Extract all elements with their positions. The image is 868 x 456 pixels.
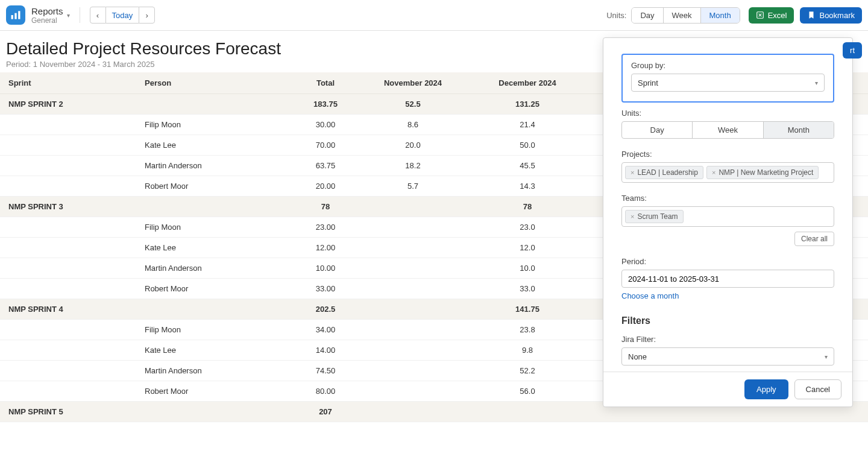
bookmark-icon	[807, 11, 816, 19]
units-day-button[interactable]: Day	[632, 8, 662, 23]
sprint-name: NMP SPRINT 2	[0, 94, 139, 115]
person-cell: Martin Anderson	[139, 156, 295, 176]
sprint-name: NMP SPRINT 4	[0, 299, 139, 320]
panel-units-segment: Day Week Month	[621, 121, 834, 139]
panel-units-week[interactable]: Week	[692, 122, 763, 138]
chevron-down-icon: ▾	[815, 80, 818, 86]
total-cell: 74.50	[295, 361, 356, 381]
chevron-down-icon: ▾	[825, 353, 828, 360]
person-cell: Filip Moon	[139, 320, 295, 340]
nov-cell	[356, 238, 470, 258]
nov-cell: 20.0	[356, 135, 470, 156]
sprint-dec: 141.75	[470, 299, 585, 320]
period-input[interactable]	[621, 270, 834, 288]
units-week-button[interactable]: Week	[663, 8, 700, 23]
dec-cell: 23.0	[470, 217, 585, 238]
units-month-button[interactable]: Month	[700, 8, 740, 23]
dec-cell: 21.4	[470, 115, 585, 135]
panel-footer: Apply Cancel	[603, 372, 852, 407]
person-cell: Kate Lee	[139, 135, 295, 156]
dec-cell: 9.8	[470, 340, 585, 361]
sprint-dec: 78	[470, 197, 585, 217]
jira-filter-label: Jira Filter:	[621, 335, 834, 344]
person-cell: Robert Moor	[139, 279, 295, 299]
app-icon	[6, 5, 25, 25]
excel-button[interactable]: Excel	[749, 7, 794, 24]
units-label: Units:	[606, 11, 626, 20]
reports-subtitle: General	[31, 16, 63, 25]
chip-remove-icon[interactable]: ×	[712, 169, 715, 176]
person-cell: Kate Lee	[139, 340, 295, 361]
nov-cell: 5.7	[356, 176, 470, 197]
choose-month-link[interactable]: Choose a month	[621, 291, 679, 300]
bookmark-button[interactable]: Bookmark	[800, 7, 862, 24]
person-cell: Martin Anderson	[139, 258, 295, 279]
chip-label: Scrum Team	[637, 212, 678, 221]
reports-selector[interactable]: Reports General	[31, 6, 63, 25]
total-cell: 80.00	[295, 381, 356, 402]
sprint-total: 202.5	[295, 299, 356, 320]
total-cell: 33.00	[295, 279, 356, 299]
chip-remove-icon[interactable]: ×	[631, 169, 634, 176]
excel-label: Excel	[768, 11, 787, 20]
jira-filter-select[interactable]: None ▾	[621, 347, 834, 366]
col-total-header: Total	[295, 72, 356, 94]
excel-icon	[756, 11, 764, 19]
date-nav: ‹ Today ›	[90, 7, 156, 24]
projects-label: Projects:	[621, 150, 834, 159]
dec-cell: 56.0	[470, 381, 585, 402]
nov-cell	[356, 217, 470, 238]
chip-label: NMP | New Marketing Project	[719, 168, 813, 177]
group-by-section: Group by: Sprint ▾	[621, 54, 834, 103]
clear-all-button[interactable]: Clear all	[794, 232, 834, 246]
chart-icon	[10, 9, 22, 21]
panel-units-month[interactable]: Month	[763, 122, 834, 138]
col-dec-header: December 2024	[470, 72, 585, 94]
dec-cell: 45.5	[470, 156, 585, 176]
sprint-total: 78	[295, 197, 356, 217]
svg-rect-2	[18, 11, 20, 19]
svg-rect-0	[11, 15, 13, 19]
chip-label: LEAD | Leadership	[637, 168, 698, 177]
panel-units-day[interactable]: Day	[622, 122, 692, 138]
sprint-nov	[356, 402, 470, 422]
total-cell: 14.00	[295, 340, 356, 361]
nov-cell	[356, 361, 470, 381]
settings-panel: Group by: Sprint ▾ Units: Day Week Month…	[603, 37, 853, 407]
sprint-total: 183.75	[295, 94, 356, 115]
prev-period-button[interactable]: ‹	[90, 7, 106, 24]
chip-remove-icon[interactable]: ×	[631, 213, 634, 220]
col-person-header: Person	[139, 72, 295, 94]
nov-cell	[356, 381, 470, 402]
dec-cell: 23.8	[470, 320, 585, 340]
apply-button[interactable]: Apply	[744, 379, 788, 399]
chip: ×Scrum Team	[625, 210, 684, 223]
divider	[80, 7, 80, 23]
total-cell: 34.00	[295, 320, 356, 340]
nov-cell: 18.2	[356, 156, 470, 176]
next-period-button[interactable]: ›	[139, 7, 155, 24]
cancel-button[interactable]: Cancel	[794, 379, 841, 399]
nov-cell	[356, 279, 470, 299]
projects-input[interactable]: ×LEAD | Leadership×NMP | New Marketing P…	[621, 162, 834, 183]
sprint-name: NMP SPRINT 5	[0, 402, 139, 422]
teams-input[interactable]: ×Scrum Team	[621, 206, 834, 227]
sprint-name: NMP SPRINT 3	[0, 197, 139, 217]
nov-cell	[356, 320, 470, 340]
chip: ×NMP | New Marketing Project	[706, 166, 819, 179]
topbar: Reports General ▾ ‹ Today › Units: Day W…	[0, 0, 868, 31]
person-cell: Filip Moon	[139, 217, 295, 238]
panel-units-label: Units:	[621, 109, 834, 118]
total-cell: 20.00	[295, 176, 356, 197]
total-cell: 12.00	[295, 238, 356, 258]
export-button-peek[interactable]: rt	[843, 42, 862, 59]
sprint-nov	[356, 197, 470, 217]
sprint-dec	[470, 402, 585, 422]
col-sprint-header: Sprint	[0, 72, 139, 94]
jira-filter-value: None	[628, 352, 647, 361]
today-button[interactable]: Today	[106, 7, 139, 24]
group-by-select[interactable]: Sprint ▾	[631, 74, 825, 92]
dec-cell: 14.3	[470, 176, 585, 197]
svg-rect-1	[14, 13, 16, 19]
bookmark-label: Bookmark	[819, 11, 855, 20]
